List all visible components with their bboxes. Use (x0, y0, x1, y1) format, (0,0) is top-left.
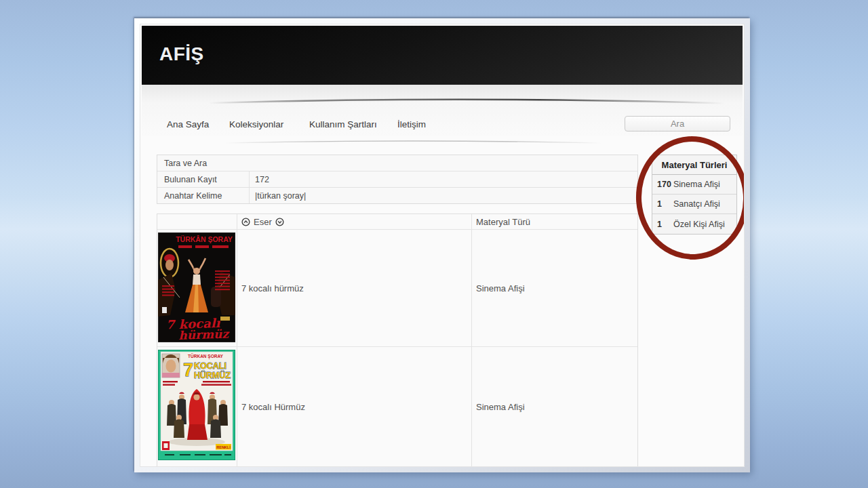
svg-text:HÜRMÜZ: HÜRMÜZ (194, 370, 231, 380)
found-records-value: 172 (250, 171, 269, 187)
results-table-header: Eser Materyal Türü (157, 214, 637, 230)
material-count: 170 (652, 180, 673, 189)
search-summary-title: Tara ve Ara (157, 155, 637, 171)
poster2-big-title: 7 KOCALI HÜRMÜZ (183, 360, 231, 380)
material-column-header: Materyal Türü (472, 214, 637, 229)
poster1-artist-name: TÜRKÂN ŞORAY (176, 235, 233, 243)
keyword-row: Anahtar Kelime |türkan şoray| (157, 187, 637, 203)
result-row[interactable]: TÜRKÂN ŞORAY (157, 230, 637, 347)
nav-item-koleksiyonlar[interactable]: Koleksiyonlar (229, 119, 283, 129)
poster1-oval-portrait (161, 249, 178, 277)
material-type-ozel-kisi[interactable]: 1 Özel Kişi Afişi (652, 214, 736, 234)
result-row[interactable]: TÜRKAN ŞORAY 7 KOCALI HÜRMÜZ (157, 347, 637, 467)
poster1-credit-band (178, 245, 229, 248)
eser-column-header: Eser (237, 214, 472, 229)
keyword-label: Anahtar Kelime (157, 188, 250, 203)
nav-item-ana-sayfa[interactable]: Ana Sayfa (167, 119, 209, 129)
material-count: 1 (652, 220, 673, 229)
result-title[interactable]: 7 kocalı Hürmüz (237, 347, 472, 467)
site-title: AFİŞ (159, 43, 204, 65)
material-label: Sinema Afişi (673, 180, 720, 189)
keyword-value: |türkan şoray| (250, 188, 306, 203)
slide-frame: AFİŞ (134, 18, 750, 472)
poster-thumbnail-2[interactable]: TÜRKAN ŞORAY 7 KOCALI HÜRMÜZ (158, 350, 235, 460)
sort-descending-icon[interactable] (275, 218, 284, 226)
svg-text:7: 7 (183, 360, 193, 380)
search-button[interactable]: Ara (625, 116, 730, 131)
found-records-row: Bulunan Kayıt 172 (157, 171, 637, 187)
svg-text:RENKLİ: RENKLİ (216, 445, 231, 449)
poster1-color-tag (220, 317, 230, 321)
material-type-sanatci[interactable]: 1 Sanatçı Afişi (652, 195, 736, 214)
nav-item-kullanim-sartlari[interactable]: Kullanım Şartları (309, 119, 377, 129)
poster1-cert-mark (162, 307, 167, 313)
result-material: Sinema Afişi (472, 230, 637, 346)
nav-item-iletisim[interactable]: İletişim (397, 119, 426, 129)
site-header: AFİŞ (142, 26, 743, 85)
poster2-artist-name: TÜRKAN ŞORAY (188, 353, 223, 359)
material-types-panel: Materyal Türleri 170 Sinema Afişi 1 Sana… (652, 155, 737, 235)
sort-ascending-icon[interactable] (241, 218, 250, 226)
results-table: Eser Materyal Türü TÜRKÂN ŞOR (157, 214, 638, 467)
result-thumbnail-cell: TÜRKAN ŞORAY 7 KOCALI HÜRMÜZ (157, 347, 237, 467)
material-type-sinema[interactable]: 170 Sinema Afişi (652, 175, 736, 195)
result-thumbnail-cell: TÜRKÂN ŞORAY (157, 230, 237, 346)
result-material: Sinema Afişi (472, 347, 637, 467)
material-label: Sanatçı Afişi (673, 199, 720, 209)
presentation-background: AFİŞ (0, 0, 868, 488)
poster-thumbnail-1[interactable]: TÜRKÂN ŞORAY (158, 232, 235, 342)
poster2-renkli-badge: RENKLİ (216, 444, 231, 450)
poster2-photo (162, 354, 180, 378)
svg-text:hürmüz: hürmüz (178, 327, 231, 342)
svg-text:KOCALI: KOCALI (194, 361, 226, 371)
search-summary-panel: Tara ve Ara Bulunan Kayıt 172 Anahtar Ke… (157, 155, 638, 204)
material-types-title: Materyal Türleri (652, 155, 736, 175)
found-records-label: Bulunan Kayıt (157, 171, 250, 187)
poster2-studio-logo (162, 441, 170, 450)
eser-column-label: Eser (254, 217, 272, 227)
material-count: 1 (652, 199, 673, 209)
webpage-card: AFİŞ (140, 24, 745, 467)
result-title[interactable]: 7 kocalı hürmüz (237, 230, 472, 346)
image-column-header (157, 214, 237, 229)
material-label: Özel Kişi Afişi (673, 220, 725, 229)
